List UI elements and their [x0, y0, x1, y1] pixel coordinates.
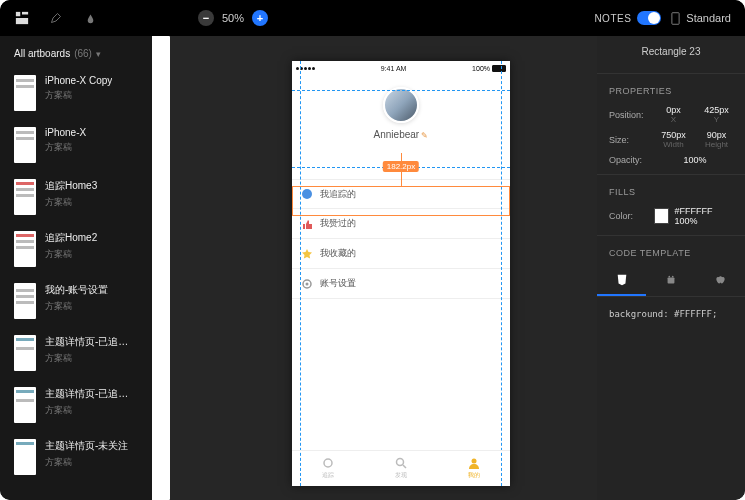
selection-rect — [292, 186, 510, 216]
ios-tab[interactable] — [696, 268, 745, 296]
layout-icon[interactable] — [14, 10, 30, 26]
position-row: Position: 0pxX 425pxY — [597, 102, 745, 127]
code-template-heading: CODE TEMPLATE — [597, 242, 745, 264]
svg-line-8 — [403, 465, 406, 468]
opacity-row: Opacity: 100% — [597, 152, 745, 168]
artboard-thumb — [14, 127, 36, 163]
artboard[interactable]: 9:41 AM 100% Anniebear 182.2px 我追踪的 我赞过的 — [292, 61, 510, 486]
code-output[interactable]: background: #FFFFFF; — [597, 301, 745, 327]
artboard-subtitle: 方案稿 — [45, 196, 97, 209]
svg-rect-3 — [672, 12, 679, 24]
apple-icon — [715, 274, 726, 285]
tab-label: 追踪 — [322, 471, 334, 480]
notes-toggle[interactable]: NOTES — [594, 11, 661, 25]
inspector: Rectangle 23 PROPERTIES Position: 0pxX 4… — [597, 36, 745, 500]
artboard-subtitle: 方案稿 — [45, 456, 128, 469]
artboard-thumb — [14, 439, 36, 475]
css-tab[interactable] — [597, 268, 646, 296]
device-selector[interactable]: Standard — [671, 12, 731, 25]
canvas[interactable]: 9:41 AM 100% Anniebear 182.2px 我追踪的 我赞过的 — [152, 36, 597, 500]
position-x[interactable]: 0pxX — [657, 105, 690, 124]
artboard-item[interactable]: 主题详情页-未关注方案稿 — [0, 433, 152, 485]
tab-icon — [322, 457, 334, 469]
menu-label: 我收藏的 — [320, 247, 356, 260]
android-icon — [665, 274, 677, 286]
artboard-thumb — [14, 335, 36, 371]
zoom-level: 50% — [222, 12, 244, 24]
size-w[interactable]: 750pxWidth — [657, 130, 690, 149]
menu-label: 账号设置 — [320, 277, 356, 290]
position-y[interactable]: 425pxY — [700, 105, 733, 124]
color-swatch[interactable] — [654, 208, 669, 224]
android-tab[interactable] — [646, 268, 695, 296]
svg-point-11 — [668, 276, 670, 278]
artboard-subtitle: 方案稿 — [45, 352, 138, 365]
artboard-title: 追踪Home3 — [45, 179, 97, 193]
sidebar-header[interactable]: All artboards (66) ▾ — [0, 36, 152, 69]
svg-rect-10 — [668, 277, 675, 283]
position-label: Position: — [609, 110, 651, 120]
topbar-right: NOTES Standard — [594, 11, 731, 25]
avatar — [383, 87, 419, 123]
artboard-item[interactable]: iPhone-X Copy方案稿 — [0, 69, 152, 121]
pen-icon[interactable] — [48, 10, 64, 26]
artboard-list[interactable]: iPhone-X Copy方案稿 iPhone-X方案稿 追踪Home3方案稿 … — [0, 69, 152, 500]
adjacent-artboard — [152, 36, 170, 500]
tab-icon — [468, 457, 480, 469]
statusbar: 9:41 AM 100% — [292, 61, 510, 75]
svg-rect-2 — [16, 18, 28, 24]
sidebar-header-title: All artboards — [14, 48, 70, 59]
topbar-left — [14, 10, 98, 26]
username: Anniebear — [292, 129, 510, 140]
artboard-count: (66) — [74, 48, 92, 59]
tab: 我的 — [437, 451, 510, 486]
guide-v — [501, 61, 502, 486]
artboard-item[interactable]: 主题详情页-已追踪-推送方案稿 — [0, 381, 152, 433]
size-h[interactable]: 90pxHeight — [700, 130, 733, 149]
menu-label: 我赞过的 — [320, 217, 356, 230]
tab: 追踪 — [292, 451, 365, 486]
artboard-subtitle: 方案稿 — [45, 89, 112, 102]
artboard-item[interactable]: 追踪Home3方案稿 — [0, 173, 152, 225]
artboard-item[interactable]: iPhone-X方案稿 — [0, 121, 152, 173]
svg-point-6 — [324, 459, 332, 467]
artboard-title: 主题详情页-未关注 — [45, 439, 128, 453]
main: All artboards (66) ▾ iPhone-X Copy方案稿 iP… — [0, 36, 745, 500]
artboard-item[interactable]: 主题详情页-已追踪-已推送方案稿 — [0, 329, 152, 381]
topbar: − 50% + NOTES Standard — [0, 0, 745, 36]
tabbar: 追踪 发现 我的 — [292, 450, 510, 486]
artboard-title: 主题详情页-已追踪-推送 — [45, 387, 138, 401]
artboard-item[interactable]: 我的-账号设置方案稿 — [0, 277, 152, 329]
artboard-thumb — [14, 179, 36, 215]
artboard-title: 追踪Home2 — [45, 231, 97, 245]
svg-point-9 — [471, 459, 476, 464]
tab-icon — [395, 457, 407, 469]
gear-icon — [302, 279, 312, 289]
artboard-subtitle: 方案稿 — [45, 248, 97, 261]
zoom-controls: − 50% + — [198, 10, 268, 26]
svg-point-5 — [306, 282, 309, 285]
zoom-out-button[interactable]: − — [198, 10, 214, 26]
toggle-switch[interactable] — [637, 11, 661, 25]
artboard-thumb — [14, 283, 36, 319]
artboard-title: 我的-账号设置 — [45, 283, 108, 297]
color-value[interactable]: #FFFFFF 100% — [675, 206, 733, 226]
zoom-in-button[interactable]: + — [252, 10, 268, 26]
artboard-item[interactable]: 追踪Home2方案稿 — [0, 225, 152, 277]
opacity-value[interactable]: 100% — [657, 155, 733, 165]
code-tabs — [597, 268, 745, 297]
svg-point-7 — [397, 459, 404, 466]
device-label: Standard — [686, 12, 731, 24]
size-row: Size: 750pxWidth 90pxHeight — [597, 127, 745, 152]
tab-label: 发现 — [395, 471, 407, 480]
droplet-icon[interactable] — [82, 10, 98, 26]
svg-point-12 — [672, 276, 674, 278]
artboard-subtitle: 方案稿 — [45, 300, 108, 313]
artboard-thumb — [14, 231, 36, 267]
tab: 发现 — [365, 451, 438, 486]
menu-row: 账号设置 — [292, 269, 510, 299]
guide-v — [300, 61, 301, 486]
fills-heading: FILLS — [597, 181, 745, 203]
color-label: Color: — [609, 211, 648, 221]
artboard-title: iPhone-X — [45, 127, 86, 138]
